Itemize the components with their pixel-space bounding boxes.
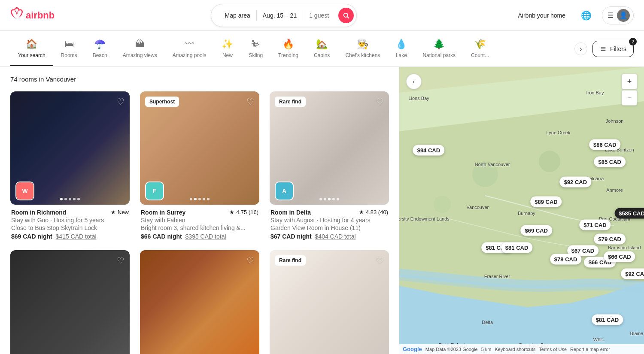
carousel-dot	[324, 198, 326, 200]
listing-image-wrap: Rare find ♡ A	[270, 91, 389, 205]
category-icon-amazing-views: 🏔	[135, 39, 145, 50]
report-map-error[interactable]: Report a map error	[570, 347, 610, 352]
category-item-your-search[interactable]: 🏠 Your search	[10, 32, 53, 66]
map-collapse-button[interactable]: ‹	[406, 74, 422, 89]
category-item-national-parks[interactable]: 🌲 National parks	[415, 32, 463, 66]
listing-subdesc: Bright room 3, shared kitchen living &..…	[141, 224, 258, 231]
price-pin-p4[interactable]: $92 CAD	[560, 176, 591, 187]
map-zoom-in[interactable]: +	[622, 74, 637, 89]
category-item-skiing[interactable]: ⛷ Skiing	[241, 32, 270, 66]
carousel-dot	[203, 198, 205, 200]
price-pin-p16[interactable]: $81 CAD	[592, 314, 623, 325]
wishlist-button[interactable]: ♡	[117, 255, 125, 266]
carousel-dots	[60, 198, 80, 200]
price-pin-p2[interactable]: $86 CAD	[589, 139, 620, 150]
category-item-chefs-kitchens[interactable]: 👨‍🍳 Chef's kitchens	[337, 32, 388, 66]
google-logo: Google	[403, 346, 422, 352]
listing-location: Room in Surrey	[141, 209, 185, 216]
listing-location: Room in Delta	[270, 209, 311, 216]
listing-image-wrap: ♡ W	[10, 91, 130, 205]
carousel-dot	[198, 198, 201, 200]
listing-price: $66 CAD night $395 CAD total	[141, 233, 258, 240]
carousel-dot	[319, 198, 322, 200]
category-item-lake[interactable]: 💧 Lake	[388, 32, 415, 66]
listing-image-wrap: Superhost ♡ F	[140, 91, 259, 205]
wishlist-button[interactable]: ♡	[376, 255, 384, 266]
user-menu[interactable]: ☰ 👤	[602, 6, 634, 24]
airbnb-logo-icon	[10, 7, 23, 23]
host-link[interactable]: Airbnb your home	[513, 9, 571, 22]
map-data-text: Map Data ©2023 Google	[425, 347, 478, 352]
airbnb-logo[interactable]: airbnb	[10, 7, 55, 23]
terms-of-use[interactable]: Terms of Use	[539, 347, 567, 352]
search-bar[interactable]: Map area Aug. 15 – 21 1 guest	[211, 4, 357, 27]
listing-badge: Rare find	[275, 97, 306, 107]
wishlist-button[interactable]: ♡	[246, 255, 254, 266]
price-pin-p6[interactable]: $71 CAD	[579, 219, 611, 230]
listing-card-1[interactable]: ♡ W Room in Richmond ★ New Stay with Guo…	[10, 91, 130, 240]
listing-card-6[interactable]: Rare find ♡ Room in Vancouver	[270, 250, 389, 354]
category-item-amazing-pools[interactable]: 〰 Amazing pools	[165, 32, 214, 66]
price-pin-p7[interactable]: $79 CAD	[594, 234, 625, 245]
carousel-dot	[64, 198, 67, 200]
carousel-dot	[77, 198, 80, 200]
category-item-countryside[interactable]: 🌾 Count...	[463, 32, 497, 66]
main-content: 74 rooms in Vancouver ♡ W Room in Richmo…	[0, 67, 644, 354]
listing-card-5[interactable]: ♡ Room in Burnaby	[140, 250, 259, 354]
map-scale: 5 km	[481, 347, 492, 352]
map-controls: + −	[622, 74, 637, 106]
header-right: Airbnb your home 🌐 ☰ 👤	[513, 6, 634, 24]
price-pin-p17[interactable]: $585 CAD	[614, 208, 644, 219]
listing-rating: ★ 4.75 (16)	[229, 209, 258, 215]
category-label-beach: Beach	[93, 52, 107, 58]
listing-badge: Rare find	[275, 255, 306, 266]
category-item-new[interactable]: ✨ New	[214, 32, 241, 66]
price-pin-p5[interactable]: $89 CAD	[530, 197, 562, 207]
category-item-trending[interactable]: 🔥 Trending	[270, 32, 306, 66]
listing-image-wrap: ♡	[10, 250, 130, 354]
listing-desc: Stay with August · Hosting for 4 years	[270, 217, 388, 224]
category-nav-next[interactable]: ›	[574, 42, 587, 55]
wishlist-button[interactable]: ♡	[376, 97, 384, 107]
listing-desc: Stay with Guo · Hosting for 5 years	[11, 217, 129, 224]
search-button[interactable]	[338, 8, 354, 23]
new-badge: ★ New	[111, 209, 129, 215]
category-nav: 🏠 Your search 🛏 Rooms ☂️ Beach 🏔 Amazing…	[0, 31, 644, 67]
carousel-dots	[190, 198, 210, 200]
price-pin-p3[interactable]: $85 CAD	[594, 156, 625, 167]
price-pin-p1[interactable]: $94 CAD	[413, 145, 444, 156]
price-pin-p10[interactable]: $78 CAD	[550, 254, 581, 265]
listing-card-2[interactable]: Superhost ♡ F Room in Surrey ★ 4.75 (16)…	[140, 91, 259, 240]
carousel-dot	[73, 198, 76, 200]
category-label-amazing-views: Amazing views	[123, 52, 157, 58]
listings-count: 74 rooms in Vancouver	[10, 76, 389, 83]
wishlist-button[interactable]: ♡	[117, 97, 125, 107]
search-location[interactable]: Map area	[219, 12, 256, 19]
map-footer: Google Map Data ©2023 Google 5 km Keyboa…	[399, 344, 644, 354]
globe-icon[interactable]: 🌐	[577, 7, 595, 24]
price-pin-p15[interactable]: $92 CAD	[621, 268, 644, 279]
filters-button[interactable]: Filters 2	[592, 41, 634, 57]
search-guests[interactable]: 1 guest	[303, 12, 335, 19]
map-zoom-out[interactable]: −	[622, 90, 637, 106]
category-label-countryside: Count...	[471, 52, 489, 58]
category-label-national-parks: National parks	[422, 52, 456, 58]
wishlist-button[interactable]: ♡	[246, 97, 254, 107]
listing-badge: Superhost	[145, 97, 179, 107]
price-pin-p14[interactable]: $66 CAD	[604, 251, 635, 262]
listing-card-4[interactable]: ♡ Room in Vancouver ★ New	[10, 250, 130, 354]
category-icon-chefs-kitchens: 👨‍🍳	[357, 39, 368, 50]
listing-card-3[interactable]: Rare find ♡ A Room in Delta ★ 4.83 (40) …	[270, 91, 389, 240]
avatar: 👤	[617, 9, 630, 22]
listing-title-row: Room in Delta ★ 4.83 (40)	[270, 209, 388, 216]
keyboard-shortcuts[interactable]: Keyboard shortcuts	[495, 347, 535, 352]
category-item-rooms[interactable]: 🛏 Rooms	[53, 32, 85, 66]
price-pin-p13[interactable]: $81 CAD	[501, 242, 532, 253]
listing-info: Room in Delta ★ 4.83 (40) Stay with Augu…	[270, 209, 389, 240]
category-label-skiing: Skiing	[249, 52, 263, 58]
category-item-amazing-views[interactable]: 🏔 Amazing views	[115, 32, 165, 66]
category-item-cabins[interactable]: 🏡 Cabins	[306, 32, 337, 66]
search-dates[interactable]: Aug. 15 – 21	[257, 12, 303, 19]
price-pin-p8[interactable]: $69 CAD	[520, 225, 552, 236]
category-item-beach[interactable]: ☂️ Beach	[85, 32, 115, 66]
